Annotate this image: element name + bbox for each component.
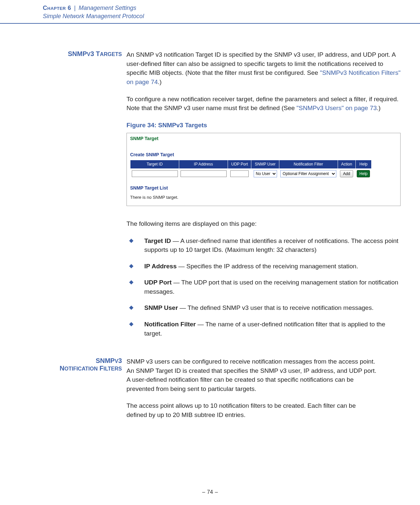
- item-term: UDP Port: [144, 279, 172, 286]
- para-targets-intro: An SNMP v3 notification Target ID is spe…: [126, 50, 401, 86]
- breadcrumb-separator: |: [74, 5, 76, 11]
- item-term: Notification Filter: [144, 321, 196, 328]
- figure-subtitle-create: Create SNMP Target: [127, 145, 400, 160]
- create-target-table: Target ID IP Address UDP Port SNMP User …: [130, 160, 372, 179]
- para-filters-intro: SNMP v3 users can be configured to recei…: [126, 357, 377, 393]
- col-ip-address: IP Address: [179, 160, 228, 168]
- figure-subtitle-list: SNMP Target List: [127, 179, 400, 193]
- col-action: Action: [338, 160, 355, 168]
- section-heading-snmpv3-targets: SNMPV3 TARGETS: [68, 50, 122, 57]
- help-button[interactable]: Help: [357, 170, 370, 177]
- section-heading-snmpv3-notification-filters-line2: NOTIFICATION FILTERS: [49, 365, 122, 372]
- chapter-title: Management Settings: [79, 5, 136, 11]
- target-list-empty: There is no SNMP target.: [127, 193, 400, 203]
- target-id-input[interactable]: [132, 170, 178, 177]
- snmp-user-select[interactable]: No User: [254, 170, 277, 177]
- figure-title: SNMP Target: [127, 133, 400, 145]
- para-filters-limits: The access point allows up to 10 notific…: [126, 401, 377, 419]
- list-item: ◆SNMP User — The defined SNMP v3 user th…: [126, 303, 401, 312]
- header-breadcrumb: Chapter 6 | Management Settings: [43, 4, 420, 12]
- page-number: 74: [207, 489, 213, 495]
- para-targets-configure: To configure a new notification receiver…: [126, 95, 401, 113]
- col-notification-filter: Notification Filter: [279, 160, 338, 168]
- udp-port-input[interactable]: [230, 170, 249, 177]
- items-intro: The following items are displayed on thi…: [126, 219, 401, 228]
- page-header: Chapter 6 | Management Settings Simple N…: [0, 0, 420, 24]
- col-help: Help: [355, 160, 371, 168]
- list-item: ◆IP Address — Specifies the IP address o…: [126, 262, 401, 271]
- section-heading-snmpv3-notification-filters: SNMPV3: [49, 357, 122, 365]
- item-term: Target ID: [144, 237, 171, 244]
- figure-caption: Figure 34: SNMPv3 Targets: [126, 121, 401, 130]
- item-desc: — The defined SNMP v3 user that is to re…: [178, 304, 374, 311]
- list-item: ◆Target ID — A user-defined name that id…: [126, 236, 401, 254]
- item-desc: — Specifies the IP address of the receiv…: [177, 263, 358, 270]
- diamond-bullet-icon: ◆: [126, 303, 144, 312]
- page-footer: –74–: [0, 489, 420, 495]
- list-item: ◆Notification Filter — The name of a use…: [126, 320, 401, 338]
- col-snmp-user: SNMP User: [251, 160, 279, 168]
- diamond-bullet-icon: ◆: [126, 320, 144, 338]
- diamond-bullet-icon: ◆: [126, 262, 144, 271]
- chapter-label: Chapter 6: [43, 5, 71, 11]
- col-udp-port: UDP Port: [228, 160, 251, 168]
- item-term: SNMP User: [144, 304, 178, 311]
- list-item: ◆UDP Port — The UDP port that is used on…: [126, 278, 401, 296]
- item-term: IP Address: [144, 263, 177, 270]
- diamond-bullet-icon: ◆: [126, 278, 144, 296]
- item-desc: — A user-defined name that identifies a …: [144, 237, 398, 253]
- header-subtitle: Simple Network Management Protocol: [43, 12, 420, 20]
- notification-filter-select[interactable]: Optional Filter Assignment: [280, 170, 336, 177]
- item-desc: — The UDP port that is used on the recei…: [144, 279, 398, 295]
- diamond-bullet-icon: ◆: [126, 236, 144, 254]
- col-target-id: Target ID: [130, 160, 179, 168]
- link-snmpv3-users[interactable]: "SNMPv3 Users" on page 73: [296, 104, 377, 111]
- figure-snmpv3-targets: SNMP Target Create SNMP Target Target ID…: [126, 133, 401, 206]
- add-button[interactable]: Add: [340, 170, 353, 177]
- ip-address-input[interactable]: [181, 170, 227, 177]
- items-list: ◆Target ID — A user-defined name that id…: [126, 236, 401, 338]
